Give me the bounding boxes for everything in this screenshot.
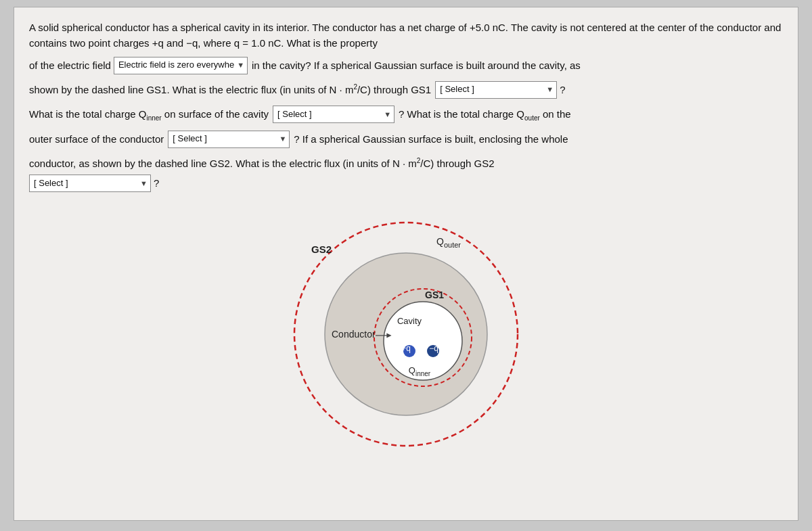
question-mark-1: ? [560,81,565,99]
diagram-svg: GS2 Qouter Conductor GS1 Cavity +q −q Qi… [244,206,568,456]
intro-text: A solid spherical conductor has a spheri… [29,22,781,49]
qouter-select[interactable]: [ Select ] ▼ [168,131,290,148]
qinner-prefix: What is the total charge Qinner on surfa… [29,106,269,124]
gs2-intro-text: ? If a spherical Gaussian surface is bui… [294,131,568,148]
gs2-select-value: [ Select ] [34,176,137,191]
cavity-circle [384,302,462,380]
minus-q-label: −q [429,344,438,353]
gs1-select-arrow: ▼ [546,83,554,96]
gs1-flux-row: shown by the dashed line GS1. What is th… [29,81,783,99]
qinner-sub: inner [146,114,161,122]
electric-field-row: of the electric field Electric field is … [29,57,783,74]
gs2-select-row: [ Select ] ▼ ? [29,175,783,192]
efield-suffix: in the cavity? If a spherical Gaussian s… [252,57,581,74]
plus-q-label: +q [401,344,411,353]
qinner-select[interactable]: [ Select ] ▼ [273,106,394,123]
diagram-area: GS2 Qouter Conductor GS1 Cavity +q −q Qi… [29,206,783,456]
gs2-select-arrow: ▼ [140,177,148,190]
problem-card: A solid spherical conductor has a spheri… [14,7,798,521]
qouter-prefix: outer surface of the conductor [29,131,164,148]
cavity-diagram-label: Cavity [397,316,422,326]
qouter-diagram-label: Qouter [436,236,461,249]
gs1-select-value: [ Select ] [440,82,543,97]
gs1-flux-text: shown by the dashed line GS1. What is th… [29,81,431,99]
qouter-select-value: [ Select ] [173,131,276,146]
gs1-select[interactable]: [ Select ] ▼ [435,81,557,99]
efield-dropdown[interactable]: Electric field is zero everywhe ▼ [114,57,248,74]
qouter-suffix-text: ? What is the total charge Qouter on the [399,106,571,124]
efield-prefix: of the electric field [29,57,111,74]
qinner-select-value: [ Select ] [277,107,381,122]
qinner-select-arrow: ▼ [384,108,391,121]
qouter-row: outer surface of the conductor [ Select … [29,131,783,148]
gs2-label: GS2 [311,244,332,255]
qouter-select-arrow: ▼ [279,133,286,145]
question-mark-2: ? [154,175,159,192]
qouter-sub: outer [524,114,540,122]
intro-paragraph: A solid spherical conductor has a spheri… [29,20,783,51]
gs2-flux-row: conductor, as shown by the dashed line G… [29,155,783,172]
qinner-row: What is the total charge Qinner on surfa… [29,106,783,124]
gs2-flux-text: conductor, as shown by the dashed line G… [29,155,495,172]
gs1-label: GS1 [425,290,444,300]
efield-dropdown-arrow: ▼ [237,59,244,72]
gs2-select[interactable]: [ Select ] ▼ [29,175,151,192]
efield-dropdown-value: Electric field is zero everywhe [118,57,234,72]
conductor-diagram-label: Conductor [332,329,376,340]
